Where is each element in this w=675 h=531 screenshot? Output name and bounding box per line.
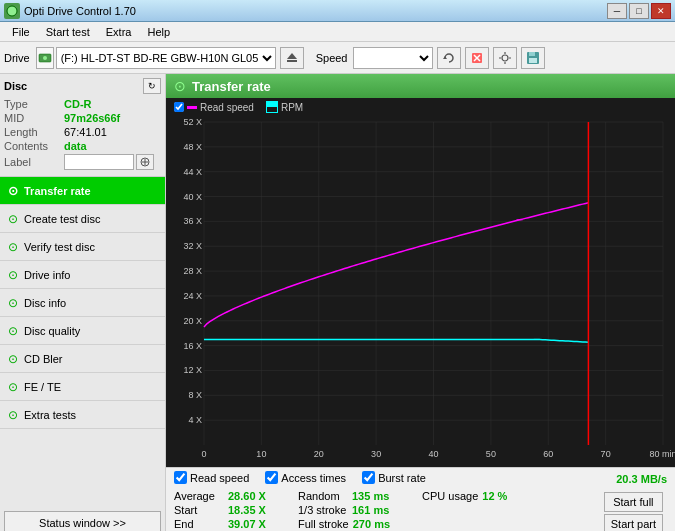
checkbox-access-times-input[interactable] (265, 471, 278, 484)
transfer-rate-chart (166, 116, 675, 467)
nav-drive-info[interactable]: ⊙ Drive info (0, 261, 165, 289)
start-full-button[interactable]: Start full (604, 492, 663, 512)
chart-container (166, 116, 675, 467)
disc-section: Disc ↻ Type CD-R MID 97m26s66f Length 67… (0, 74, 165, 177)
svg-point-9 (502, 55, 508, 61)
extra-tests-icon: ⊙ (8, 408, 18, 422)
nav-verify-test-disc[interactable]: ⊙ Verify test disc (0, 233, 165, 261)
svg-rect-15 (529, 52, 535, 56)
window-title: Opti Drive Control 1.70 (24, 5, 136, 17)
clear-button[interactable] (465, 47, 489, 69)
nav-fe-te[interactable]: ⊙ FE / TE (0, 373, 165, 401)
transfer-rate-icon: ⊙ (8, 184, 18, 198)
stats-checkboxes: Read speed Access times Burst rate (174, 471, 426, 484)
nav-create-test-disc[interactable]: ⊙ Create test disc (0, 205, 165, 233)
drive-icon (36, 47, 54, 69)
disc-label-button[interactable] (136, 154, 154, 170)
status-window-button[interactable]: Status window >> (4, 511, 161, 531)
nav-items: ⊙ Transfer rate ⊙ Create test disc ⊙ Ver… (0, 177, 165, 429)
stats-buttons: Start full Start part (600, 490, 667, 531)
window-controls: ─ □ ✕ (607, 3, 671, 19)
disc-mid-value: 97m26s66f (64, 112, 120, 124)
chart-legend: Read speed RPM (166, 98, 675, 116)
fe-te-icon: ⊙ (8, 380, 18, 394)
nav-transfer-rate[interactable]: ⊙ Transfer rate (0, 177, 165, 205)
disc-contents-label: Contents (4, 140, 64, 152)
save-button[interactable] (521, 47, 545, 69)
nav-extra-tests[interactable]: ⊙ Extra tests (0, 401, 165, 429)
stats-start: Start 18.35 X (174, 504, 294, 516)
checkbox-burst-rate[interactable]: Burst rate (362, 471, 426, 484)
svg-rect-16 (529, 58, 537, 63)
stats-row-2: Start 18.35 X 1/3 stroke 161 ms (174, 504, 600, 516)
legend-rpm-label: RPM (281, 102, 303, 113)
stats-row-1: Average 28.60 X Random 135 ms CPU usage … (174, 490, 600, 502)
chart-header-icon: ⊙ (174, 78, 186, 94)
start-part-button[interactable]: Start part (604, 514, 663, 531)
checkbox-access-times[interactable]: Access times (265, 471, 346, 484)
burst-rate-display: 20.3 MB/s (616, 473, 667, 485)
close-button[interactable]: ✕ (651, 3, 671, 19)
titlebar: Opti Drive Control 1.70 ─ □ ✕ (0, 0, 675, 22)
settings-button[interactable] (493, 47, 517, 69)
disc-refresh-button[interactable]: ↻ (143, 78, 161, 94)
maximize-button[interactable]: □ (629, 3, 649, 19)
disc-length-value: 67:41.01 (64, 126, 107, 138)
burst-value: 20.3 MB/s (616, 473, 667, 485)
legend-read-speed-dot (187, 106, 197, 109)
drive-eject-button[interactable] (280, 47, 304, 69)
legend-rpm: RPM (266, 101, 303, 113)
drive-label: Drive (4, 52, 30, 64)
menu-help[interactable]: Help (139, 24, 178, 40)
disc-title: Disc (4, 80, 27, 92)
create-test-disc-icon: ⊙ (8, 212, 18, 226)
speed-label: Speed (316, 52, 348, 64)
stats-end: End 39.07 X (174, 518, 294, 530)
checkbox-read-speed-input[interactable] (174, 471, 187, 484)
drive-select[interactable]: (F:) HL-DT-ST BD-RE GBW-H10N GL05 (56, 47, 276, 69)
titlebar-left: Opti Drive Control 1.70 (4, 3, 136, 19)
stats-cpu: CPU usage 12 % (422, 490, 532, 502)
nav-cd-bler[interactable]: ⊙ CD Bler (0, 345, 165, 373)
content-area: ⊙ Transfer rate Read speed RPM (166, 74, 675, 531)
nav-disc-info[interactable]: ⊙ Disc info (0, 289, 165, 317)
disc-contents-value: data (64, 140, 87, 152)
legend-read-speed-label: Read speed (200, 102, 254, 113)
drive-info-icon: ⊙ (8, 268, 18, 282)
sidebar: Disc ↻ Type CD-R MID 97m26s66f Length 67… (0, 74, 166, 531)
svg-point-2 (43, 56, 47, 60)
disc-label-input[interactable] (64, 154, 134, 170)
stats-random: Random 135 ms (298, 490, 418, 502)
stats-grid-container: Average 28.60 X Random 135 ms CPU usage … (174, 490, 600, 531)
disc-label-label: Label (4, 156, 64, 168)
svg-marker-5 (443, 56, 447, 59)
menu-start-test[interactable]: Start test (38, 24, 98, 40)
checkbox-read-speed[interactable]: Read speed (174, 471, 249, 484)
disc-type-value: CD-R (64, 98, 92, 110)
app-icon (4, 3, 20, 19)
stats-1-3-stroke: 1/3 stroke 161 ms (298, 504, 402, 516)
svg-rect-4 (287, 60, 297, 62)
disc-type-label: Type (4, 98, 64, 110)
main-area: Disc ↻ Type CD-R MID 97m26s66f Length 67… (0, 74, 675, 531)
chart-title: Transfer rate (192, 79, 271, 94)
minimize-button[interactable]: ─ (607, 3, 627, 19)
verify-test-disc-icon: ⊙ (8, 240, 18, 254)
legend-read-speed-checkbox[interactable] (174, 102, 184, 112)
menu-file[interactable]: File (4, 24, 38, 40)
legend-read-speed: Read speed (174, 102, 254, 113)
stats-details: Average 28.60 X Random 135 ms CPU usage … (174, 490, 667, 531)
disc-length-label: Length (4, 126, 64, 138)
checkbox-burst-rate-input[interactable] (362, 471, 375, 484)
disc-info-icon: ⊙ (8, 296, 18, 310)
speed-select[interactable] (353, 47, 433, 69)
stats-row-3: End 39.07 X Full stroke 270 ms (174, 518, 600, 530)
disc-mid-label: MID (4, 112, 64, 124)
svg-marker-3 (287, 53, 297, 59)
disc-quality-icon: ⊙ (8, 324, 18, 338)
nav-disc-quality[interactable]: ⊙ Disc quality (0, 317, 165, 345)
stats-bar: Read speed Access times Burst rate 20.3 … (166, 467, 675, 531)
menu-extra[interactable]: Extra (98, 24, 140, 40)
chart-header: ⊙ Transfer rate (166, 74, 675, 98)
speed-refresh-button[interactable] (437, 47, 461, 69)
